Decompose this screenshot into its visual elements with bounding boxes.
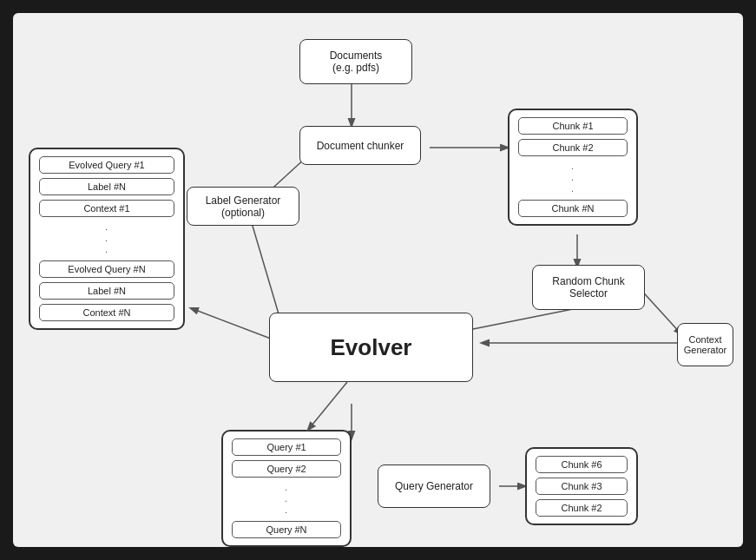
document-chunker-label: Document chunker [317,140,404,152]
label-generator-box: Label Generator (optional) [187,187,299,226]
documents-box: Documents (e.g. pdfs) [299,39,412,84]
query-generator-label: Query Generator [395,480,473,492]
random-chunk-selector-box: Random Chunk Selector [532,265,645,310]
documents-label: Documents (e.g. pdfs) [330,49,383,74]
evolved-query-n: Evolved Query #N [39,260,174,278]
evolved-query-dots: ... [39,221,174,256]
svg-line-12 [308,382,347,430]
svg-line-7 [247,208,282,326]
context-n: Context #N [39,304,174,321]
chunk-top-dots: ... [518,161,628,195]
query-2: Query #2 [232,460,341,478]
chunk-top-n: Chunk #N [518,200,628,217]
chunk-top-2: Chunk #2 [518,139,628,156]
context-generator-box: Context Generator [677,323,733,366]
queries-bottom-box: Query #1 Query #2 ... Query #N [221,430,352,547]
evolved-queries-box: Evolved Query #1 Label #N Context #1 ...… [29,148,185,330]
label-n-2: Label #N [39,282,174,300]
chunk-bottom-2: Chunk #2 [536,499,628,517]
context-1: Context #1 [39,200,174,217]
document-chunker-box: Document chunker [299,126,421,165]
evolver-label: Evolver [331,334,412,361]
query-dots: ... [232,482,341,517]
context-generator-label: Context Generator [678,334,733,355]
evolver-box: Evolver [269,313,473,382]
diagram-area: Documents (e.g. pdfs) Document chunker L… [13,13,743,547]
chunks-bottom-box: Chunk #6 Chunk #3 Chunk #2 [525,447,638,525]
label-generator-label: Label Generator (optional) [206,194,281,219]
query-n: Query #N [232,521,341,538]
evolved-query-1: Evolved Query #1 [39,156,174,174]
query-1: Query #1 [232,438,341,456]
query-generator-box: Query Generator [378,464,490,508]
chunk-top-1: Chunk #1 [518,117,628,135]
chunk-bottom-3: Chunk #3 [536,478,628,495]
chunks-top-box: Chunk #1 Chunk #2 ... Chunk #N [508,109,638,226]
label-n-1: Label #N [39,178,174,195]
chunk-bottom-6: Chunk #6 [536,456,628,473]
random-chunk-selector-label: Random Chunk Selector [552,275,624,300]
